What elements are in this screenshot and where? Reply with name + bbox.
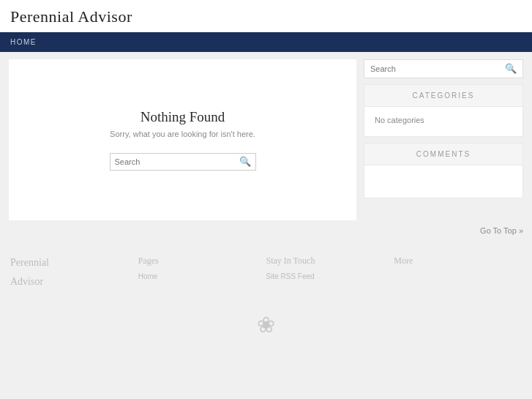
sidebar: 🔍 CATEGORIES No categories COMMENTS <box>364 59 523 220</box>
comments-widget: COMMENTS <box>364 143 523 198</box>
go-to-top-link[interactable]: Go To Top » <box>480 226 523 235</box>
comments-body <box>364 165 522 198</box>
nav-bar: HOME <box>0 32 532 52</box>
content-area: Nothing Found Sorry, what you are lookin… <box>9 59 356 220</box>
main-wrapper: Nothing Found Sorry, what you are lookin… <box>0 52 532 220</box>
footer-col-pages: Pages Home <box>138 256 266 293</box>
nothing-found-subtitle: Sorry, what you are looking for isn't he… <box>110 130 255 138</box>
footer-leaf: ❀ <box>0 305 532 352</box>
content-search-icon: 🔍 <box>239 156 251 168</box>
content-search-form: 🔍 <box>110 153 256 171</box>
footer-col-brand: Perennial Advisor <box>10 256 138 293</box>
sidebar-search-form: 🔍 <box>364 59 523 78</box>
footer-col-more: More <box>394 256 522 293</box>
categories-title: CATEGORIES <box>364 85 522 107</box>
content-search-input[interactable] <box>115 157 239 166</box>
footer-rss-link[interactable]: Site RSS Feed <box>266 272 394 280</box>
site-title: Perennial Advisor <box>10 7 522 26</box>
categories-body: No categories <box>364 107 522 136</box>
nothing-found-title: Nothing Found <box>141 109 225 125</box>
no-categories-text: No categories <box>375 116 424 124</box>
comments-title: COMMENTS <box>364 143 522 165</box>
leaf-icon: ❀ <box>257 313 275 337</box>
footer-brand-line2: Advisor <box>10 275 138 289</box>
footer-more-heading: More <box>394 256 522 266</box>
site-title-bar: Perennial Advisor <box>0 0 532 32</box>
footer-pages-home-link[interactable]: Home <box>138 272 266 280</box>
categories-widget: CATEGORIES No categories <box>364 84 523 137</box>
footer-bar: Go To Top » <box>0 220 532 241</box>
footer-pages-heading: Pages <box>138 256 266 266</box>
footer-col-touch: Stay In Touch Site RSS Feed <box>266 256 394 293</box>
sidebar-search-icon: 🔍 <box>505 63 517 75</box>
footer-columns: Perennial Advisor Pages Home Stay In Tou… <box>0 241 532 305</box>
footer-touch-heading: Stay In Touch <box>266 256 394 266</box>
footer-brand-line1: Perennial <box>10 256 138 270</box>
nav-item-home[interactable]: HOME <box>0 32 47 52</box>
sidebar-search-input[interactable] <box>370 64 505 73</box>
